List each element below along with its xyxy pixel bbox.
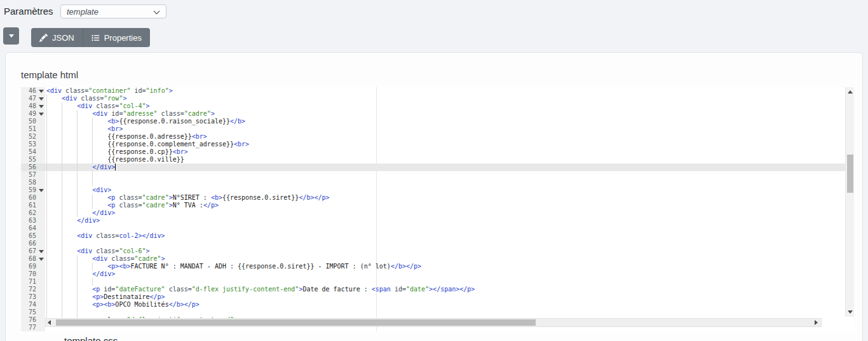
gutter-line-number: 59 (21, 186, 45, 194)
gutter-line-number: 56 (21, 164, 45, 171)
gutter-line-number: 64 (21, 225, 45, 232)
horizontal-scrollbar[interactable] (45, 318, 822, 327)
gutter-line-number: 46 (21, 87, 45, 95)
vertical-scrollbar-thumb[interactable] (847, 155, 853, 193)
code-line: {{response.0.complement_adresse}}<br> (45, 141, 845, 148)
gutter-line-number: 66 (21, 240, 45, 247)
code-line: <p class="cadre">N°SIRET : <b>{{response… (45, 194, 845, 202)
code-line: <div class="col-6"> (45, 247, 845, 255)
gutter-line-number: 67 (21, 247, 45, 255)
html-code-editor[interactable]: 4647484950515253545556575859606162636465… (21, 87, 855, 331)
gutter-line-number: 77 (21, 324, 45, 331)
gutter-line-number: 54 (21, 148, 45, 156)
editor-gutter: 4647484950515253545556575859606162636465… (21, 87, 45, 331)
next-section-title: template css (64, 335, 118, 341)
code-line: </div> (45, 209, 845, 217)
code-line: {{response.0.cp}}<br> (45, 148, 845, 156)
fold-arrow-icon[interactable] (39, 97, 44, 101)
gutter-line-number: 62 (21, 209, 45, 217)
fold-arrow-icon[interactable] (39, 113, 44, 116)
list-icon (92, 34, 100, 42)
template-panel: template html 46474849505152535455565758… (5, 52, 863, 341)
gutter-line-number: 63 (21, 217, 45, 225)
code-line: <div class="row"> (45, 95, 845, 102)
code-line: {{response.0.ville}} (45, 156, 845, 164)
code-line (45, 171, 845, 179)
gutter-line-number: 55 (21, 156, 45, 164)
gutter-line-number: 72 (21, 286, 45, 293)
code-line (45, 225, 845, 232)
scroll-right-icon[interactable] (815, 320, 818, 325)
gutter-line-number: 50 (21, 118, 45, 125)
code-line: <div> (45, 186, 845, 194)
code-line: <b>{{response.0.raison_sociale}}</b> (45, 118, 845, 125)
gutter-line-number: 65 (21, 232, 45, 240)
code-line: </div> (45, 217, 845, 225)
code-line: <div class="container" id="info"> (45, 87, 845, 95)
gutter-line-number: 76 (21, 316, 45, 324)
json-button-label: JSON (52, 33, 74, 43)
gutter-line-number: 69 (21, 263, 45, 270)
json-button[interactable]: JSON (31, 28, 83, 47)
caret-down-icon (9, 34, 14, 38)
vertical-scrollbar[interactable] (845, 87, 854, 317)
scroll-down-icon[interactable] (848, 310, 853, 314)
gutter-line-number: 51 (21, 125, 45, 133)
gutter-line-number: 75 (21, 309, 45, 316)
panel-title: template html (21, 69, 78, 80)
properties-button[interactable]: Properties (83, 28, 150, 47)
code-line: {{response.0.adresse}}<br> (45, 133, 845, 141)
gutter-line-number: 73 (21, 293, 45, 301)
scroll-up-icon[interactable] (848, 90, 853, 94)
fold-arrow-icon[interactable] (39, 258, 44, 261)
fold-arrow-icon[interactable] (39, 105, 44, 108)
scroll-left-icon[interactable] (48, 320, 51, 325)
text-cursor (115, 164, 116, 170)
code-line: <div class=col-2></div> (45, 232, 845, 240)
code-line: <div class="cadre"> (45, 255, 845, 263)
gutter-line-number: 52 (21, 133, 45, 141)
editor-mode-button-group: JSON Properties (31, 28, 150, 47)
gutter-line-number: 47 (21, 95, 45, 102)
chevron-down-icon (154, 8, 160, 15)
code-line: </div> (45, 270, 845, 278)
gutter-line-number: 53 (21, 141, 45, 148)
gutter-line-number: 61 (21, 202, 45, 209)
horizontal-scrollbar-thumb[interactable] (56, 319, 536, 326)
fold-arrow-icon[interactable] (39, 90, 44, 93)
code-line: <div class="col-4"> (45, 102, 845, 110)
code-line: <p class="cadre">N° TVA :</p> (45, 202, 845, 209)
code-line: <p><b>FACTURE N° : MANDAT - ADH : {{resp… (45, 263, 845, 270)
code-line: <p id="dateFacture" class="d-flex justif… (45, 286, 845, 293)
parameters-label: Paramètres (4, 6, 53, 17)
code-line: <p><b>OPCO Mobilités</b></p> (45, 301, 845, 309)
gutter-line-number: 71 (21, 278, 45, 286)
code-line: </div> (45, 164, 845, 171)
fold-arrow-icon[interactable] (39, 189, 44, 192)
gutter-line-number: 60 (21, 194, 45, 202)
gutter-line-number: 58 (21, 179, 45, 186)
code-line: <br> (45, 125, 845, 133)
gutter-line-number: 68 (21, 255, 45, 263)
code-line (45, 179, 845, 186)
code-line (45, 278, 845, 286)
code-line: <p>Destinataire</p> (45, 293, 845, 301)
dropdown-toggle-button[interactable] (3, 27, 19, 45)
code-line (45, 240, 845, 247)
gutter-line-number: 70 (21, 270, 45, 278)
template-select-value: template (67, 7, 98, 17)
template-select[interactable]: template (60, 4, 166, 18)
gutter-line-number: 49 (21, 110, 45, 118)
fold-arrow-icon[interactable] (39, 250, 44, 253)
code-line: <div id="adresse" class="cadre"> (45, 110, 845, 118)
gutter-line-number: 74 (21, 301, 45, 309)
code-line (45, 309, 845, 316)
gutter-line-number: 48 (21, 102, 45, 110)
gutter-line-number: 57 (21, 171, 45, 179)
properties-button-label: Properties (104, 33, 142, 43)
editor-code-area: <div class="container" id="info"><div cl… (45, 87, 845, 331)
pencil-icon (39, 34, 48, 42)
